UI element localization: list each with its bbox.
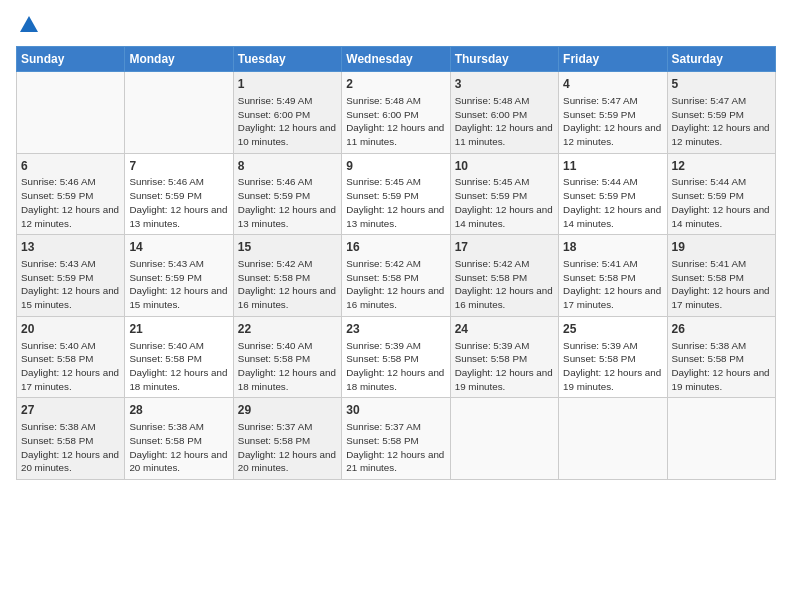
calendar-cell: 5Sunrise: 5:47 AM Sunset: 5:59 PM Daylig… [667, 72, 775, 154]
day-number: 19 [672, 239, 771, 256]
calendar-cell: 16Sunrise: 5:42 AM Sunset: 5:58 PM Dayli… [342, 235, 450, 317]
day-number: 7 [129, 158, 228, 175]
day-number: 25 [563, 321, 662, 338]
day-info: Sunrise: 5:44 AM Sunset: 5:59 PM Dayligh… [563, 175, 662, 230]
calendar-cell: 1Sunrise: 5:49 AM Sunset: 6:00 PM Daylig… [233, 72, 341, 154]
day-number: 26 [672, 321, 771, 338]
day-info: Sunrise: 5:41 AM Sunset: 5:58 PM Dayligh… [672, 257, 771, 312]
col-header-thursday: Thursday [450, 47, 558, 72]
header [16, 12, 776, 40]
day-number: 18 [563, 239, 662, 256]
day-info: Sunrise: 5:47 AM Sunset: 5:59 PM Dayligh… [563, 94, 662, 149]
day-info: Sunrise: 5:46 AM Sunset: 5:59 PM Dayligh… [21, 175, 120, 230]
calendar-cell: 8Sunrise: 5:46 AM Sunset: 5:59 PM Daylig… [233, 153, 341, 235]
day-number: 4 [563, 76, 662, 93]
day-number: 29 [238, 402, 337, 419]
day-info: Sunrise: 5:49 AM Sunset: 6:00 PM Dayligh… [238, 94, 337, 149]
day-info: Sunrise: 5:37 AM Sunset: 5:58 PM Dayligh… [238, 420, 337, 475]
logo-text [16, 14, 40, 40]
col-header-friday: Friday [559, 47, 667, 72]
day-info: Sunrise: 5:46 AM Sunset: 5:59 PM Dayligh… [238, 175, 337, 230]
calendar-cell: 19Sunrise: 5:41 AM Sunset: 5:58 PM Dayli… [667, 235, 775, 317]
calendar-cell: 29Sunrise: 5:37 AM Sunset: 5:58 PM Dayli… [233, 398, 341, 480]
calendar-cell: 22Sunrise: 5:40 AM Sunset: 5:58 PM Dayli… [233, 316, 341, 398]
week-row-4: 20Sunrise: 5:40 AM Sunset: 5:58 PM Dayli… [17, 316, 776, 398]
col-header-monday: Monday [125, 47, 233, 72]
day-number: 27 [21, 402, 120, 419]
day-number: 5 [672, 76, 771, 93]
day-info: Sunrise: 5:45 AM Sunset: 5:59 PM Dayligh… [455, 175, 554, 230]
calendar-cell [559, 398, 667, 480]
day-number: 8 [238, 158, 337, 175]
day-info: Sunrise: 5:40 AM Sunset: 5:58 PM Dayligh… [238, 339, 337, 394]
col-header-tuesday: Tuesday [233, 47, 341, 72]
day-number: 28 [129, 402, 228, 419]
day-info: Sunrise: 5:37 AM Sunset: 5:58 PM Dayligh… [346, 420, 445, 475]
calendar-cell [17, 72, 125, 154]
day-info: Sunrise: 5:43 AM Sunset: 5:59 PM Dayligh… [21, 257, 120, 312]
svg-marker-0 [20, 16, 38, 32]
week-row-3: 13Sunrise: 5:43 AM Sunset: 5:59 PM Dayli… [17, 235, 776, 317]
calendar-cell: 24Sunrise: 5:39 AM Sunset: 5:58 PM Dayli… [450, 316, 558, 398]
week-row-2: 6Sunrise: 5:46 AM Sunset: 5:59 PM Daylig… [17, 153, 776, 235]
calendar-cell [667, 398, 775, 480]
day-info: Sunrise: 5:39 AM Sunset: 5:58 PM Dayligh… [346, 339, 445, 394]
day-number: 9 [346, 158, 445, 175]
col-header-saturday: Saturday [667, 47, 775, 72]
calendar-cell: 12Sunrise: 5:44 AM Sunset: 5:59 PM Dayli… [667, 153, 775, 235]
day-info: Sunrise: 5:38 AM Sunset: 5:58 PM Dayligh… [129, 420, 228, 475]
calendar-cell: 26Sunrise: 5:38 AM Sunset: 5:58 PM Dayli… [667, 316, 775, 398]
day-number: 13 [21, 239, 120, 256]
day-number: 14 [129, 239, 228, 256]
col-header-sunday: Sunday [17, 47, 125, 72]
day-number: 6 [21, 158, 120, 175]
day-info: Sunrise: 5:48 AM Sunset: 6:00 PM Dayligh… [455, 94, 554, 149]
calendar-cell: 7Sunrise: 5:46 AM Sunset: 5:59 PM Daylig… [125, 153, 233, 235]
calendar-table: SundayMondayTuesdayWednesdayThursdayFrid… [16, 46, 776, 480]
calendar-cell: 11Sunrise: 5:44 AM Sunset: 5:59 PM Dayli… [559, 153, 667, 235]
calendar-cell [450, 398, 558, 480]
day-number: 2 [346, 76, 445, 93]
calendar-cell: 10Sunrise: 5:45 AM Sunset: 5:59 PM Dayli… [450, 153, 558, 235]
calendar-cell: 15Sunrise: 5:42 AM Sunset: 5:58 PM Dayli… [233, 235, 341, 317]
week-row-1: 1Sunrise: 5:49 AM Sunset: 6:00 PM Daylig… [17, 72, 776, 154]
day-info: Sunrise: 5:45 AM Sunset: 5:59 PM Dayligh… [346, 175, 445, 230]
calendar-cell: 28Sunrise: 5:38 AM Sunset: 5:58 PM Dayli… [125, 398, 233, 480]
logo-icon [18, 14, 40, 36]
page: SundayMondayTuesdayWednesdayThursdayFrid… [0, 0, 792, 490]
col-header-wednesday: Wednesday [342, 47, 450, 72]
calendar-cell: 2Sunrise: 5:48 AM Sunset: 6:00 PM Daylig… [342, 72, 450, 154]
calendar-cell: 6Sunrise: 5:46 AM Sunset: 5:59 PM Daylig… [17, 153, 125, 235]
calendar-cell: 23Sunrise: 5:39 AM Sunset: 5:58 PM Dayli… [342, 316, 450, 398]
day-info: Sunrise: 5:42 AM Sunset: 5:58 PM Dayligh… [455, 257, 554, 312]
day-info: Sunrise: 5:39 AM Sunset: 5:58 PM Dayligh… [455, 339, 554, 394]
day-info: Sunrise: 5:40 AM Sunset: 5:58 PM Dayligh… [129, 339, 228, 394]
day-number: 24 [455, 321, 554, 338]
day-info: Sunrise: 5:40 AM Sunset: 5:58 PM Dayligh… [21, 339, 120, 394]
day-info: Sunrise: 5:38 AM Sunset: 5:58 PM Dayligh… [672, 339, 771, 394]
day-info: Sunrise: 5:43 AM Sunset: 5:59 PM Dayligh… [129, 257, 228, 312]
calendar-cell: 13Sunrise: 5:43 AM Sunset: 5:59 PM Dayli… [17, 235, 125, 317]
day-number: 16 [346, 239, 445, 256]
day-number: 20 [21, 321, 120, 338]
day-info: Sunrise: 5:46 AM Sunset: 5:59 PM Dayligh… [129, 175, 228, 230]
day-info: Sunrise: 5:44 AM Sunset: 5:59 PM Dayligh… [672, 175, 771, 230]
calendar-cell: 17Sunrise: 5:42 AM Sunset: 5:58 PM Dayli… [450, 235, 558, 317]
day-info: Sunrise: 5:48 AM Sunset: 6:00 PM Dayligh… [346, 94, 445, 149]
calendar-cell: 14Sunrise: 5:43 AM Sunset: 5:59 PM Dayli… [125, 235, 233, 317]
day-info: Sunrise: 5:42 AM Sunset: 5:58 PM Dayligh… [238, 257, 337, 312]
day-number: 15 [238, 239, 337, 256]
day-info: Sunrise: 5:39 AM Sunset: 5:58 PM Dayligh… [563, 339, 662, 394]
day-number: 11 [563, 158, 662, 175]
day-info: Sunrise: 5:38 AM Sunset: 5:58 PM Dayligh… [21, 420, 120, 475]
day-number: 21 [129, 321, 228, 338]
logo [16, 14, 40, 40]
calendar-cell: 18Sunrise: 5:41 AM Sunset: 5:58 PM Dayli… [559, 235, 667, 317]
day-info: Sunrise: 5:41 AM Sunset: 5:58 PM Dayligh… [563, 257, 662, 312]
day-number: 12 [672, 158, 771, 175]
calendar-header-row: SundayMondayTuesdayWednesdayThursdayFrid… [17, 47, 776, 72]
calendar-cell: 21Sunrise: 5:40 AM Sunset: 5:58 PM Dayli… [125, 316, 233, 398]
day-number: 1 [238, 76, 337, 93]
calendar-cell: 4Sunrise: 5:47 AM Sunset: 5:59 PM Daylig… [559, 72, 667, 154]
day-number: 30 [346, 402, 445, 419]
